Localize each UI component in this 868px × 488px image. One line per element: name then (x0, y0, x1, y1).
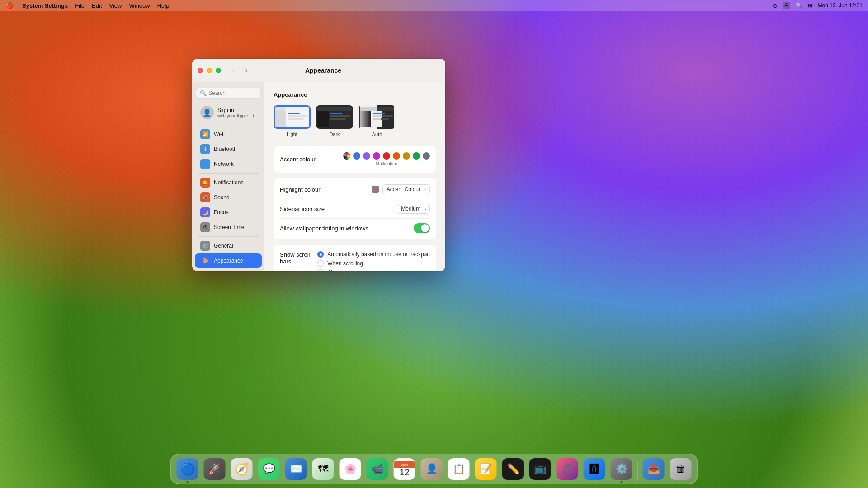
menu-help[interactable]: Help (157, 2, 170, 9)
dock: 🔵 🚀 🧭 💬 ✉️ 🗺 🌸 📹 JUN 12 👤 (170, 454, 698, 484)
app-name[interactable]: System Settings (22, 2, 68, 9)
scrollbars-label: Show scroll bars (280, 251, 317, 265)
scrollbars-always[interactable]: Always (317, 269, 430, 271)
sidebar-icon-size-select[interactable]: Medium (397, 204, 430, 214)
search-icon: 🔍 (200, 90, 207, 96)
dock-item-freeform[interactable]: ✏️ (501, 457, 525, 481)
menu-view[interactable]: View (109, 2, 122, 9)
sidebar-item-network[interactable]: 🌐 Network (195, 157, 262, 171)
dock-item-notes[interactable]: 📝 (474, 457, 498, 481)
light-mode-preview (274, 105, 311, 129)
wallpaper-tinting-row: Allow wallpaper tinting in windows (280, 219, 430, 238)
dock-item-safari[interactable]: 🧭 (230, 457, 254, 481)
wallpaper-tinting-toggle[interactable] (414, 223, 430, 233)
minimize-button[interactable] (207, 68, 212, 73)
accent-colour-group: Accent colour (274, 146, 436, 173)
color-graphite[interactable] (423, 152, 430, 160)
appearance-modes: Light (274, 105, 436, 137)
dock-item-photos[interactable]: 🌸 (338, 457, 363, 481)
auto-mode-card[interactable]: Auto (359, 105, 396, 137)
menubar-icon-a[interactable]: A (783, 2, 790, 9)
sidebar-item-bluetooth[interactable]: ᛒ Bluetooth (195, 142, 262, 156)
color-yellow[interactable] (403, 152, 410, 160)
accent-colour-value: Multicolour (343, 152, 430, 166)
dock-item-sysprefs[interactable]: ⚙️ (609, 457, 634, 481)
sidebar-item-focus[interactable]: 🌙 Focus (195, 205, 262, 220)
dock-item-contacts[interactable]: 👤 (420, 457, 444, 481)
window-body: 🔍 👤 Sign in with your Apple ID 📶 Wi-Fi (192, 82, 445, 271)
dock-item-mail[interactable]: ✉️ (284, 457, 308, 481)
dock-item-music[interactable]: 🎵 (555, 457, 580, 481)
menubar-icon-1[interactable]: ⊙ (773, 2, 778, 9)
sidebar-item-appearance[interactable]: 🎨 Appearance (195, 253, 262, 268)
color-green[interactable] (413, 152, 420, 160)
multicolor-label: Multicolour (343, 161, 430, 166)
color-blue[interactable] (353, 152, 360, 160)
dock-item-appstore[interactable]: 🅰 (582, 457, 607, 481)
highlight-colour-select[interactable]: Accent Colour (382, 184, 430, 194)
scrollbars-scrolling[interactable]: When scrolling (317, 260, 430, 267)
highlight-colour-preview (372, 186, 379, 193)
sidebar-item-screentime[interactable]: ⏱ Screen Time (195, 220, 262, 235)
sidebar-item-general[interactable]: ⚙️ General (195, 239, 262, 253)
sidebar: 🔍 👤 Sign in with your Apple ID 📶 Wi-Fi (192, 82, 264, 271)
dock-item-launchpad[interactable]: 🚀 (203, 457, 227, 481)
dock-item-appletv[interactable]: 📺 (528, 457, 552, 481)
sidebar-divider-3 (198, 236, 259, 237)
dock-item-calendar[interactable]: JUN 12 (392, 457, 417, 481)
forward-button[interactable]: › (241, 65, 252, 76)
accessibility-icon: ♿ (200, 271, 210, 271)
sidebar-item-notifications[interactable]: 🔔 Notifications (195, 175, 262, 190)
dark-mode-label: Dark (329, 131, 340, 137)
sidebar-item-sound[interactable]: 🔊 Sound (195, 190, 262, 205)
close-button[interactable] (198, 68, 203, 73)
color-dots (343, 152, 430, 160)
light-mode-card[interactable]: Light (274, 105, 311, 137)
scrollbars-row: Show scroll bars Automatically based on … (280, 247, 430, 271)
back-button[interactable]: ‹ (228, 65, 239, 76)
search-bar[interactable]: 🔍 (196, 88, 261, 99)
menu-edit[interactable]: Edit (92, 2, 102, 9)
dock-item-messages[interactable]: 💬 (257, 457, 281, 481)
dock-divider (637, 461, 638, 481)
maximize-button[interactable] (216, 68, 221, 73)
menu-file[interactable]: File (75, 2, 85, 9)
scrollbars-auto[interactable]: Automatically based on mouse or trackpad (317, 251, 430, 258)
apple-menu[interactable]: 🍎 (5, 2, 13, 9)
highlight-colour-row: Highlight colour Accent Colour (280, 180, 430, 199)
color-multicolor[interactable] (343, 152, 350, 160)
search-input[interactable] (208, 90, 257, 96)
color-purple[interactable] (363, 152, 370, 160)
sidebar-icon-size-row: Sidebar icon size Medium (280, 199, 430, 219)
dock-item-yoink[interactable]: 📥 (642, 457, 666, 481)
color-pink[interactable] (373, 152, 380, 160)
scrollbars-always-radio (317, 269, 324, 271)
dark-mode-card[interactable]: Dark (316, 105, 353, 137)
menubar-controlcenter-icon[interactable]: ⊞ (808, 2, 812, 9)
dock-item-facetime[interactable]: 📹 (365, 457, 390, 481)
main-content: Appearance (264, 82, 445, 271)
sidebar-account[interactable]: 👤 Sign in with your Apple ID (195, 102, 262, 123)
color-red[interactable] (383, 152, 390, 160)
dock-item-reminders[interactable]: 📋 (447, 457, 471, 481)
titlebar: ‹ › Appearance (192, 59, 445, 82)
dock-item-maps[interactable]: 🗺 (311, 457, 335, 481)
notifications-icon: 🔔 (200, 178, 210, 188)
sidebar-item-wifi[interactable]: 📶 Wi-Fi (195, 127, 262, 141)
scrollbars-always-label: Always (327, 269, 344, 271)
highlight-colour-label: Highlight colour (280, 186, 372, 193)
dock-item-trash[interactable]: 🗑 (669, 457, 693, 481)
dock-item-finder[interactable]: 🔵 (175, 457, 200, 481)
menubar-search-icon[interactable]: 🔍 (796, 2, 802, 9)
sidebar-icon-size-value: Medium (397, 204, 430, 214)
light-mode-label: Light (287, 131, 297, 137)
nav-buttons: ‹ › (228, 65, 252, 76)
sidebar-item-accessibility[interactable]: ♿ Accessibility (195, 268, 262, 271)
focus-icon: 🌙 (200, 207, 210, 217)
auto-mode-preview (359, 105, 396, 129)
color-orange[interactable] (393, 152, 400, 160)
window-controls (198, 68, 221, 73)
menu-window[interactable]: Window (129, 2, 150, 9)
scrollbars-auto-label: Automatically based on mouse or trackpad (327, 251, 430, 258)
finder-dot (187, 481, 189, 483)
